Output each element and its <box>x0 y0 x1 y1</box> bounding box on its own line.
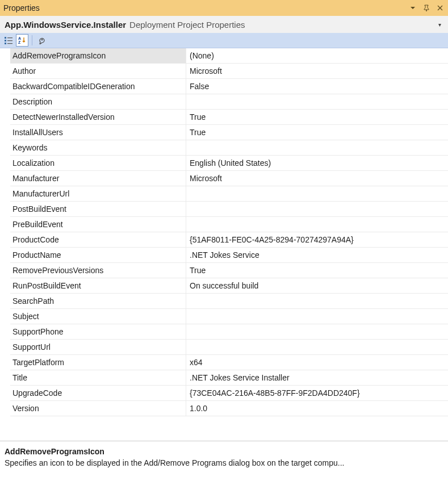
property-value[interactable] <box>186 217 448 232</box>
property-value[interactable] <box>186 202 448 216</box>
property-row[interactable]: ProductCode{51AF8011-FE0C-4A25-8294-7027… <box>10 232 448 248</box>
property-row[interactable]: RemovePreviousVersionsTrue <box>10 263 448 278</box>
object-dropdown-icon[interactable]: ▾ <box>436 22 443 28</box>
property-row[interactable]: PostBuildEvent <box>10 202 448 217</box>
property-row[interactable]: SupportUrl <box>10 340 448 355</box>
property-value[interactable]: x64 <box>186 355 448 370</box>
property-pages-button[interactable] <box>36 34 48 47</box>
property-value[interactable]: False <box>186 79 448 94</box>
property-name[interactable]: RemovePreviousVersions <box>10 263 186 278</box>
properties-toolbar: A Z <box>0 33 448 48</box>
toolbar-separator <box>32 35 32 45</box>
property-row[interactable]: TargetPlatformx64 <box>10 355 448 370</box>
property-name[interactable]: Title <box>10 370 186 385</box>
property-value[interactable] <box>186 340 448 354</box>
property-name[interactable]: Subject <box>10 309 186 324</box>
title-buttons <box>408 3 445 12</box>
property-value[interactable]: (None) <box>186 48 448 63</box>
property-name[interactable]: Keywords <box>10 140 186 155</box>
object-name: App.WindowsService.Installer <box>5 20 126 30</box>
property-name[interactable]: Description <box>10 94 186 109</box>
property-row[interactable]: AddRemoveProgramsIcon(None) <box>10 48 448 64</box>
svg-rect-2 <box>5 40 6 41</box>
property-value[interactable]: True <box>186 110 448 124</box>
object-type: Deployment Project Properties <box>129 20 245 30</box>
property-name[interactable]: SupportUrl <box>10 340 186 354</box>
description-title: AddRemoveProgramsIcon <box>5 447 443 456</box>
title-bar: Properties <box>0 0 448 16</box>
property-value[interactable] <box>186 186 448 201</box>
svg-rect-1 <box>7 37 12 38</box>
svg-text:Z: Z <box>18 40 21 44</box>
property-name[interactable]: ProductCode <box>10 232 186 247</box>
svg-text:A: A <box>18 36 21 40</box>
property-name[interactable]: AddRemoveProgramsIcon <box>10 48 186 63</box>
property-name[interactable]: InstallAllUsers <box>10 125 186 140</box>
svg-rect-5 <box>7 43 12 44</box>
object-selector[interactable]: App.WindowsService.Installer Deployment … <box>0 16 448 33</box>
property-name[interactable]: BackwardCompatibleIDGeneration <box>10 79 186 94</box>
property-value[interactable] <box>186 309 448 324</box>
categorized-button[interactable] <box>2 34 15 47</box>
property-row[interactable]: LocalizationEnglish (United States) <box>10 156 448 171</box>
property-value[interactable]: True <box>186 125 448 140</box>
property-value[interactable]: True <box>186 263 448 278</box>
property-name[interactable]: ManufacturerUrl <box>10 186 186 201</box>
description-text: Specifies an icon to be displayed in the… <box>5 458 443 467</box>
property-row[interactable]: Subject <box>10 309 448 324</box>
property-row[interactable]: Version1.0.0 <box>10 401 448 416</box>
property-row[interactable]: Description <box>10 94 448 110</box>
description-panel: AddRemoveProgramsIcon Specifies an icon … <box>0 441 448 485</box>
close-icon[interactable] <box>436 3 445 12</box>
property-name[interactable]: TargetPlatform <box>10 355 186 370</box>
svg-point-8 <box>41 39 43 41</box>
property-name[interactable]: UpgradeCode <box>10 386 186 400</box>
svg-rect-4 <box>5 43 6 44</box>
property-value[interactable]: {51AF8011-FE0C-4A25-8294-70274297A94A} <box>186 232 448 247</box>
property-name[interactable]: PostBuildEvent <box>10 202 186 216</box>
property-name[interactable]: Manufacturer <box>10 171 186 186</box>
window-dropdown-icon[interactable] <box>408 3 417 12</box>
property-row[interactable]: ProductName.NET Jokes Service <box>10 248 448 263</box>
property-value[interactable]: Microsoft <box>186 171 448 186</box>
property-value[interactable]: .NET Jokes Service Installer <box>186 370 448 385</box>
property-row[interactable]: SupportPhone <box>10 324 448 340</box>
property-row[interactable]: PreBuildEvent <box>10 217 448 232</box>
property-row[interactable]: AuthorMicrosoft <box>10 64 448 79</box>
property-value[interactable] <box>186 294 448 308</box>
property-value[interactable]: {73CE04AC-216A-48B5-87FF-9F2DA4DD240F} <box>186 386 448 400</box>
property-name[interactable]: DetectNewerInstalledVersion <box>10 110 186 124</box>
property-value[interactable]: On successful build <box>186 278 448 293</box>
property-row[interactable]: Title.NET Jokes Service Installer <box>10 370 448 386</box>
alphabetical-button[interactable]: A Z <box>16 34 28 47</box>
property-value[interactable]: Microsoft <box>186 64 448 78</box>
property-value[interactable] <box>186 324 448 339</box>
property-value[interactable]: 1.0.0 <box>186 401 448 416</box>
property-row[interactable]: UpgradeCode{73CE04AC-216A-48B5-87FF-9F2D… <box>10 386 448 401</box>
property-row[interactable]: SearchPath <box>10 294 448 309</box>
property-row[interactable]: RunPostBuildEventOn successful build <box>10 278 448 294</box>
property-name[interactable]: PreBuildEvent <box>10 217 186 232</box>
property-value[interactable]: English (United States) <box>186 156 448 170</box>
property-value[interactable] <box>186 140 448 155</box>
property-value[interactable] <box>186 94 448 109</box>
property-name[interactable]: ProductName <box>10 248 186 262</box>
property-row[interactable]: DetectNewerInstalledVersionTrue <box>10 110 448 125</box>
property-row[interactable]: ManufacturerMicrosoft <box>10 171 448 186</box>
property-row[interactable]: Keywords <box>10 140 448 156</box>
property-name[interactable]: Localization <box>10 156 186 170</box>
panel-title: Properties <box>3 3 408 12</box>
property-row[interactable]: InstallAllUsersTrue <box>10 125 448 140</box>
property-name[interactable]: SupportPhone <box>10 324 186 339</box>
property-row[interactable]: BackwardCompatibleIDGenerationFalse <box>10 79 448 94</box>
property-row[interactable]: ManufacturerUrl <box>10 186 448 202</box>
property-name[interactable]: Author <box>10 64 186 78</box>
property-grid[interactable]: AddRemoveProgramsIcon(None)AuthorMicroso… <box>10 48 448 441</box>
property-name[interactable]: Version <box>10 401 186 416</box>
pin-icon[interactable] <box>422 3 431 12</box>
svg-rect-0 <box>5 37 6 39</box>
property-name[interactable]: SearchPath <box>10 294 186 308</box>
property-name[interactable]: RunPostBuildEvent <box>10 278 186 293</box>
property-value[interactable]: .NET Jokes Service <box>186 248 448 262</box>
svg-rect-3 <box>7 40 12 41</box>
